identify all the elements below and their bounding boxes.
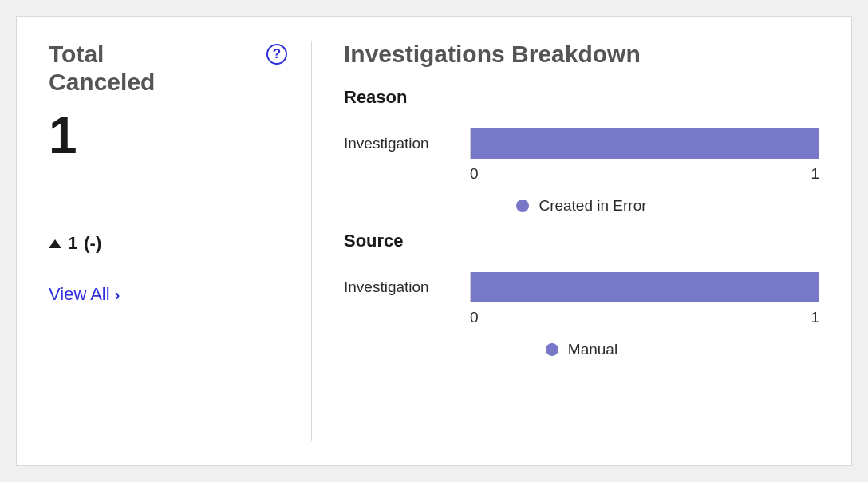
summary-panel: Total Canceled ? 1 1 (-) View All › bbox=[49, 41, 312, 441]
summary-title-line1: Total bbox=[49, 41, 104, 67]
axis-ticks: 0 1 bbox=[470, 165, 819, 183]
view-all-label: View All bbox=[49, 284, 110, 305]
breakdown-title: Investigations Breakdown bbox=[344, 41, 819, 68]
legend-dot-icon bbox=[546, 343, 558, 356]
axis-tick-min: 0 bbox=[470, 309, 479, 326]
axis-tick-min: 0 bbox=[470, 165, 479, 183]
chart-source: Source Investigation 0 1 Manual bbox=[344, 231, 819, 358]
bar-row: Investigation bbox=[344, 128, 819, 159]
bar-fill bbox=[471, 272, 819, 302]
summary-title-line2: Canceled bbox=[49, 69, 155, 95]
delta-suffix: (-) bbox=[84, 233, 101, 254]
chevron-right-icon: › bbox=[115, 286, 120, 304]
summary-title: Total Canceled bbox=[49, 41, 155, 96]
chart-subtitle: Reason bbox=[344, 87, 819, 108]
delta-value: 1 bbox=[68, 233, 77, 254]
axis-row: 0 1 bbox=[344, 165, 819, 183]
bar-category-label: Investigation bbox=[344, 279, 470, 296]
legend-label: Created in Error bbox=[539, 197, 646, 215]
breakdown-panel: Investigations Breakdown Reason Investig… bbox=[312, 41, 819, 441]
axis-ticks: 0 1 bbox=[470, 309, 819, 326]
view-all-link[interactable]: View All › bbox=[49, 284, 287, 305]
axis-spacer bbox=[344, 165, 470, 183]
bar-track bbox=[470, 272, 819, 302]
axis-spacer bbox=[344, 309, 470, 326]
bar-category-label: Investigation bbox=[344, 135, 470, 152]
legend: Manual bbox=[344, 341, 819, 358]
chart-subtitle: Source bbox=[344, 231, 819, 251]
caret-up-icon bbox=[49, 239, 61, 248]
chart-reason: Reason Investigation 0 1 Created in Erro… bbox=[344, 87, 819, 215]
help-icon[interactable]: ? bbox=[266, 44, 287, 65]
legend: Created in Error bbox=[344, 197, 819, 215]
dashboard-card: Total Canceled ? 1 1 (-) View All › Inve… bbox=[16, 16, 852, 466]
bar-fill bbox=[471, 128, 819, 159]
legend-dot-icon bbox=[516, 200, 529, 212]
axis-row: 0 1 bbox=[344, 309, 819, 326]
delta-indicator: 1 (-) bbox=[49, 233, 287, 254]
legend-label: Manual bbox=[568, 341, 617, 358]
summary-header: Total Canceled ? bbox=[49, 41, 287, 96]
axis-tick-max: 1 bbox=[811, 309, 819, 326]
bar-row: Investigation bbox=[344, 272, 819, 302]
axis-tick-max: 1 bbox=[811, 165, 819, 183]
bar-track bbox=[470, 128, 819, 159]
summary-value: 1 bbox=[49, 110, 287, 161]
